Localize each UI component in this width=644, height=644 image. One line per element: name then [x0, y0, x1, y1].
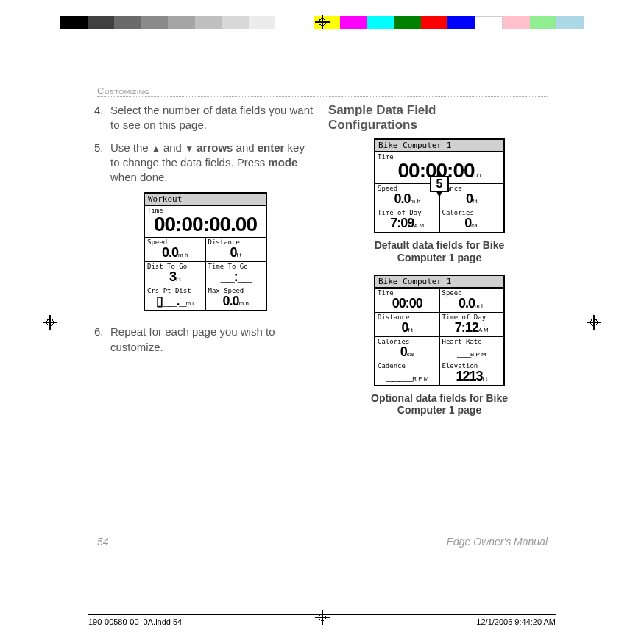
caption-optional: Optional data fields for BikeComputer 1 …	[328, 392, 551, 417]
lcd-bike-computer-default: Bike Computer 1 Time 00:00:0000 Speed 0.…	[374, 138, 505, 233]
left-column: 4. Select the number of data fields you …	[94, 103, 316, 427]
field-value: ▯__._m i	[147, 294, 203, 308]
field-value: 1213f t	[442, 369, 502, 383]
field-label: Calories	[378, 338, 437, 345]
field-value: 00:00	[378, 297, 437, 310]
page-footer: 54 Edge Owner's Manual	[97, 536, 548, 548]
field-value: 0f t	[378, 321, 437, 334]
right-heading: Sample Data FieldConfigurations	[328, 103, 551, 132]
field-value: 0.0m h	[208, 294, 264, 308]
page-number: 54	[97, 536, 109, 548]
lcd-title: Bike Computer 1	[375, 140, 503, 152]
step-4: 4. Select the number of data fields you …	[94, 103, 316, 133]
caption-default: Default data fields for BikeComputer 1 p…	[328, 239, 551, 264]
lcd-title: Bike Computer 1	[375, 276, 503, 288]
slug-timestamp: 12/1/2005 9:44:20 AM	[476, 618, 556, 626]
field-value: 0.0m h	[378, 192, 437, 205]
field-value: 0.0m h	[147, 246, 203, 259]
slug-file: 190-00580-00_0A.indd 54	[88, 618, 182, 626]
print-slug: 190-00580-00_0A.indd 54 12/1/2005 9:44:2…	[88, 614, 556, 626]
registration-mark-icon	[315, 15, 330, 29]
step-number: 4.	[94, 103, 110, 133]
steps-list-continued: 6. Repeat for each page you wish to cust…	[94, 325, 316, 355]
lcd-bike-computer-optional: Bike Computer 1 Time 00:00 Speed 0.0m h …	[374, 275, 505, 386]
field-value: 00:00:00.00	[147, 214, 263, 235]
manual-title: Edge Owner's Manual	[447, 536, 548, 548]
registration-mark-icon	[587, 315, 601, 330]
field-value: 3f t	[147, 270, 203, 283]
field-value: ____R P M	[378, 369, 437, 383]
field-label: Calories	[442, 209, 502, 216]
step-text: Select the number of data fields you wan…	[110, 103, 316, 133]
field-value: __:__	[208, 270, 264, 283]
step-6: 6. Repeat for each page you wish to cust…	[94, 325, 316, 355]
right-column: Sample Data FieldConfigurations Bike Com…	[328, 103, 551, 427]
field-value: __B P M	[442, 345, 502, 358]
steps-list: 4. Select the number of data fields you …	[94, 103, 316, 185]
step-number: 6.	[94, 325, 110, 355]
field-value: 0cal	[442, 216, 502, 230]
field-value: 7:12A M	[442, 321, 502, 334]
field-label: Heart Rate	[442, 338, 502, 345]
lcd-workout: Workout Time 00:00:00.00 Speed 0.0m h Di…	[144, 192, 267, 311]
step-number: 5.	[94, 141, 110, 185]
field-value: 0f t	[208, 246, 264, 259]
field-value: 0f t	[442, 192, 502, 205]
registration-mark-icon	[43, 315, 57, 330]
step-text: Use the ▲ and ▼ arrows and enter key to …	[110, 141, 316, 185]
field-value: 7:09A M	[378, 216, 437, 230]
field-value: 0cal	[378, 345, 437, 358]
step-5: 5. Use the ▲ and ▼ arrows and enter key …	[94, 141, 316, 185]
down-arrow-icon: ▼	[185, 143, 194, 155]
field-value: 0.0m h	[442, 297, 502, 310]
field-count-selector: ▲ 5 ▼	[430, 171, 449, 197]
page-content: Customizing 4. Select the number of data…	[88, 81, 556, 552]
up-arrow-icon: ▲	[152, 143, 160, 155]
step-text: Repeat for each page you wish to customi…	[110, 325, 316, 355]
lcd-title: Workout	[145, 194, 266, 205]
section-header: Customizing	[97, 85, 548, 97]
chevron-down-icon: ▼	[430, 192, 449, 197]
